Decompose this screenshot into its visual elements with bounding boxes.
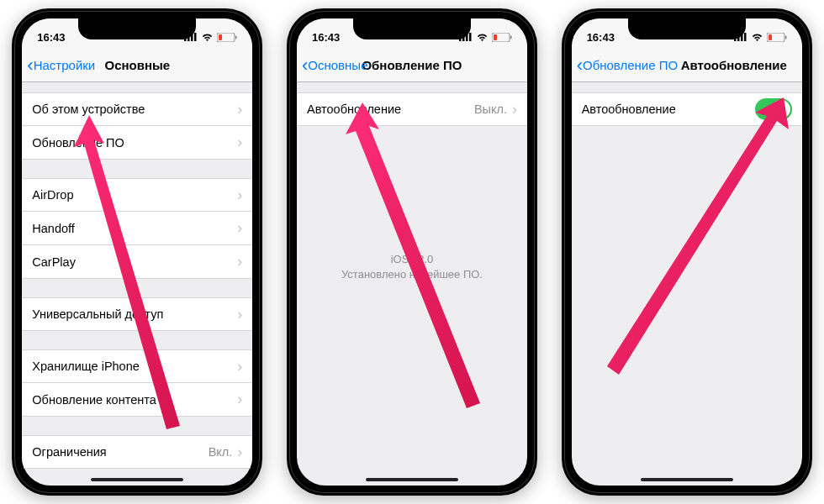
row-handoff[interactable]: Handoff› bbox=[22, 212, 252, 245]
screen: 16:43 ‹ Обновление ПО Автообновление Авт… bbox=[572, 18, 802, 486]
home-indicator bbox=[91, 478, 183, 481]
chevron-right-icon: › bbox=[237, 101, 242, 118]
battery-icon bbox=[767, 33, 787, 42]
screen: 16:43 ‹ Настройки Основные Об этом устро… bbox=[22, 18, 252, 486]
battery-icon bbox=[217, 33, 237, 42]
annotation-arrow bbox=[605, 97, 790, 383]
back-label: Обновление ПО bbox=[583, 58, 678, 72]
notch bbox=[78, 18, 196, 39]
back-button[interactable]: ‹ Обновление ПО bbox=[577, 56, 679, 75]
row-label: Ограничения bbox=[32, 445, 208, 459]
status-time: 16:43 bbox=[587, 31, 615, 44]
wifi-icon bbox=[201, 33, 214, 42]
chevron-left-icon: ‹ bbox=[27, 56, 33, 75]
row-label: AirDrop bbox=[32, 188, 237, 202]
row-airdrop[interactable]: AirDrop› bbox=[22, 178, 252, 212]
svg-rect-19 bbox=[744, 33, 747, 41]
svg-rect-21 bbox=[785, 35, 787, 39]
back-button[interactable]: ‹ Основные bbox=[302, 56, 368, 75]
svg-marker-23 bbox=[607, 97, 789, 375]
chevron-right-icon: › bbox=[237, 253, 242, 270]
wifi-icon bbox=[476, 33, 489, 42]
phone-frame: 16:43 ‹ Настройки Основные Об этом устро… bbox=[12, 8, 262, 496]
notch bbox=[628, 18, 746, 39]
update-info: iOS 12.0 Установлено новейшее ПО. bbox=[297, 252, 527, 282]
update-status: Установлено новейшее ПО. bbox=[314, 267, 510, 282]
update-list: Автообновление Выкл. › iOS 12.0 Установл… bbox=[297, 92, 527, 282]
back-label: Основные bbox=[308, 58, 367, 72]
nav-bar: ‹ Основные Обновление ПО bbox=[297, 49, 527, 82]
toggle-knob bbox=[772, 100, 790, 118]
row-label: Универсальный доступ bbox=[32, 307, 237, 321]
row-accessibility[interactable]: Универсальный доступ› bbox=[22, 297, 252, 331]
row-value: Вкл. bbox=[209, 445, 233, 459]
svg-rect-22 bbox=[769, 34, 772, 40]
chevron-right-icon: › bbox=[237, 306, 242, 323]
notch bbox=[353, 18, 471, 39]
svg-rect-13 bbox=[510, 35, 512, 39]
auto-update-list: Автообновление bbox=[572, 92, 802, 126]
row-carplay[interactable]: CarPlay› bbox=[22, 245, 252, 279]
row-software-update[interactable]: Обновление ПО› bbox=[22, 126, 252, 160]
row-auto-update[interactable]: Автообновление Выкл. › bbox=[297, 92, 527, 126]
svg-rect-14 bbox=[494, 34, 497, 40]
row-restrictions[interactable]: ОграниченияВкл.› bbox=[22, 435, 252, 469]
row-label: Об этом устройстве bbox=[32, 102, 237, 116]
svg-rect-3 bbox=[194, 33, 197, 41]
chevron-left-icon: ‹ bbox=[302, 56, 308, 75]
status-time: 16:43 bbox=[37, 31, 65, 44]
chevron-right-icon: › bbox=[237, 134, 242, 151]
screen: 16:43 ‹ Основные Обновление ПО Автообнов… bbox=[297, 18, 527, 486]
settings-list[interactable]: Об этом устройстве› Обновление ПО› AirDr… bbox=[22, 92, 252, 486]
row-label: CarPlay bbox=[32, 255, 237, 269]
row-label: Автообновление bbox=[582, 102, 755, 116]
row-auto-update-toggle[interactable]: Автообновление bbox=[572, 92, 802, 126]
auto-update-toggle[interactable] bbox=[755, 98, 792, 120]
phone-frame: 16:43 ‹ Обновление ПО Автообновление Авт… bbox=[562, 8, 812, 496]
row-label: Обновление ПО bbox=[32, 136, 237, 150]
nav-bar: ‹ Обновление ПО Автообновление bbox=[572, 49, 802, 82]
nav-bar: ‹ Настройки Основные bbox=[22, 49, 252, 82]
row-background-refresh[interactable]: Обновление контента› bbox=[22, 383, 252, 417]
phone-frame: 16:43 ‹ Основные Обновление ПО Автообнов… bbox=[287, 8, 537, 496]
battery-icon bbox=[492, 33, 512, 42]
home-indicator bbox=[366, 478, 458, 481]
svg-rect-11 bbox=[469, 33, 472, 41]
ios-version: iOS 12.0 bbox=[314, 252, 510, 267]
back-label: Настройки bbox=[34, 58, 96, 72]
row-label: Хранилище iPhone bbox=[32, 360, 237, 373]
back-button[interactable]: ‹ Настройки bbox=[27, 56, 95, 75]
row-storage[interactable]: Хранилище iPhone› bbox=[22, 349, 252, 383]
row-label: Обновление контента bbox=[32, 393, 237, 407]
home-indicator bbox=[641, 478, 733, 481]
svg-rect-5 bbox=[235, 35, 237, 39]
chevron-right-icon: › bbox=[237, 358, 242, 375]
row-label: Handoff bbox=[32, 222, 237, 235]
row-value: Выкл. bbox=[474, 102, 507, 116]
svg-rect-6 bbox=[219, 34, 222, 40]
row-about[interactable]: Об этом устройстве› bbox=[22, 92, 252, 126]
chevron-left-icon: ‹ bbox=[577, 56, 583, 75]
chevron-right-icon: › bbox=[512, 101, 517, 118]
row-label: Автообновление bbox=[307, 102, 474, 116]
wifi-icon bbox=[751, 33, 763, 42]
chevron-right-icon: › bbox=[237, 186, 242, 204]
chevron-right-icon: › bbox=[237, 444, 242, 461]
chevron-right-icon: › bbox=[237, 391, 242, 408]
status-time: 16:43 bbox=[312, 31, 340, 44]
chevron-right-icon: › bbox=[237, 219, 242, 237]
